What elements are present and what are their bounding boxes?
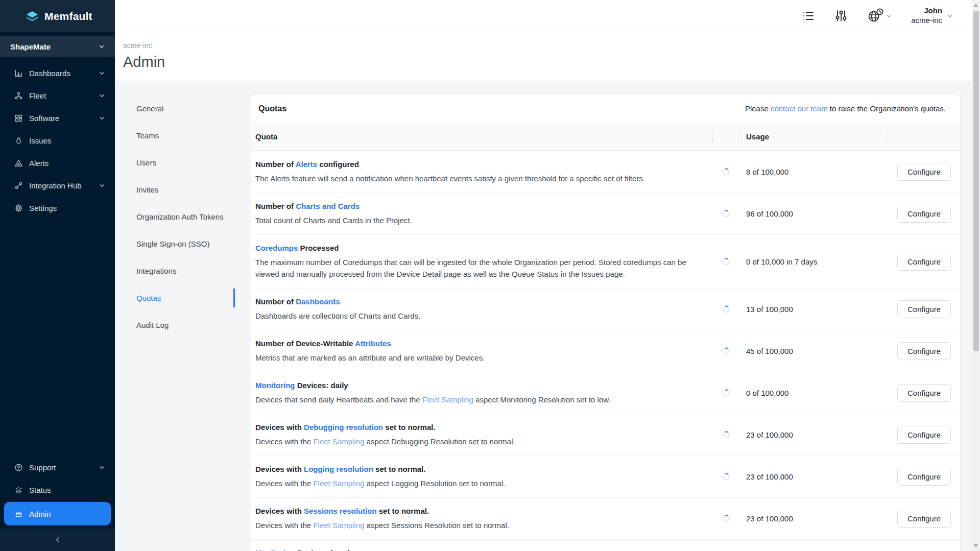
chevron-down-icon	[99, 183, 105, 188]
settings-nav-item-label: Users	[136, 158, 156, 167]
contact-team-link[interactable]: contact our team	[771, 104, 828, 113]
quota-title-link[interactable]: Logging resolution	[304, 465, 373, 473]
quota-title-link[interactable]: Attributes	[355, 339, 391, 348]
settings-nav-item[interactable]: Quotas	[123, 284, 234, 312]
chevron-down-icon	[886, 13, 892, 19]
integration-hub-icon	[14, 181, 23, 190]
sidebar-item-label: Support	[29, 463, 93, 472]
project-selector[interactable]: ShapeMate	[0, 36, 115, 57]
configure-button[interactable]: Configure	[897, 384, 951, 402]
breadcrumb: acme-inc	[123, 41, 980, 50]
sidebar-item[interactable]: Support	[0, 456, 115, 478]
configure-button[interactable]: Configure	[897, 163, 951, 181]
configure-button[interactable]: Configure	[897, 510, 951, 528]
scrollbar-thumb[interactable]	[973, 11, 979, 351]
sidebar-item[interactable]: Software	[0, 107, 115, 129]
sidebar-item[interactable]: Status	[0, 478, 115, 501]
sidebar-item-label: Settings	[29, 204, 93, 212]
quota-description-link[interactable]: Fleet Sampling	[313, 437, 364, 446]
settings-nav-item-label: Invites	[136, 185, 158, 194]
quota-title-link[interactable]: Sessions resolution	[304, 507, 377, 515]
quotas-panel-header: Quotas Please contact our team to raise …	[251, 94, 960, 123]
user-menu[interactable]: John acme-inc	[911, 6, 953, 26]
scrollbar-up-arrow[interactable]	[974, 4, 978, 7]
quota-progress-ring-icon	[722, 431, 730, 439]
sidebar-item[interactable]: Dashboards	[0, 62, 115, 84]
chevron-down-icon	[99, 465, 105, 470]
quota-title-link[interactable]: Coredumps	[255, 244, 298, 252]
quota-description: Devices with the Fleet Sampling aspect S…	[255, 519, 692, 531]
quota-description-link[interactable]: Fleet Sampling	[313, 479, 364, 488]
table-row: Devices with Sessions resolution set to …	[251, 497, 960, 539]
quota-progress-ring-icon	[722, 305, 730, 313]
scrollbar-down-arrow[interactable]	[974, 544, 978, 547]
sidebar-item-label: Alerts	[29, 159, 93, 167]
configure-button[interactable]: Configure	[897, 426, 951, 444]
sidebar: Memfault ShapeMate Dashboards Fleet	[0, 0, 115, 551]
sidebar-item[interactable]: Admin	[4, 502, 111, 525]
org-name: acme-inc	[911, 16, 942, 26]
chevron-down-icon	[99, 70, 105, 76]
chevron-down-icon	[99, 115, 105, 121]
quota-title-link[interactable]: Monitoring	[255, 548, 295, 551]
sidebar-item-label: Dashboards	[29, 69, 93, 78]
column-header-quota: Quota	[251, 123, 713, 150]
configure-button[interactable]: Configure	[897, 342, 951, 360]
chevron-down-icon	[99, 93, 105, 99]
settings-nav-item-label: Single Sign-on (SSO)	[136, 239, 209, 248]
quota-description: The maximum number of Coredumps that can…	[255, 256, 692, 280]
sidebar-collapse-button[interactable]	[0, 529, 115, 551]
quota-description-link[interactable]: Fleet Sampling	[313, 521, 364, 530]
quota-title-link[interactable]: Monitoring	[255, 381, 295, 390]
quota-description: The Alerts feature will send a notificat…	[255, 173, 692, 184]
settings-nav-item[interactable]: Audit Log	[123, 312, 234, 339]
chevron-left-icon	[54, 536, 61, 543]
settings-nav-item[interactable]: Organization Auth Tokens	[123, 203, 234, 230]
settings-nav-item[interactable]: Integrations	[123, 257, 234, 284]
settings-nav-item[interactable]: Teams	[123, 122, 234, 149]
configure-button[interactable]: Configure	[897, 300, 951, 318]
sidebar-item[interactable]: Alerts	[0, 152, 115, 174]
quota-title: Number of Device-Writable Attributes	[255, 338, 692, 349]
settings-nav-item-label: Teams	[136, 131, 159, 140]
quota-title-link[interactable]: Charts and Cards	[296, 202, 360, 210]
brand-logo[interactable]: Memfault	[0, 0, 115, 32]
metrics-icon[interactable]	[834, 9, 848, 22]
quota-usage: 8 of 100,000	[738, 167, 888, 176]
sidebar-item-label: Admin	[29, 510, 92, 518]
sidebar-item[interactable]: Issues	[0, 129, 115, 152]
column-header-usage: Usage	[738, 123, 888, 150]
support-icon	[14, 463, 23, 472]
chevron-down-icon	[946, 12, 953, 19]
quota-description: Total count of Charts and Cards in the P…	[255, 214, 692, 226]
quota-title-link[interactable]: Dashboards	[296, 297, 340, 306]
settings-nav-item[interactable]: General	[123, 95, 234, 122]
quota-usage: 23 of 100,000	[738, 430, 888, 439]
quotas-table: Quota Usage Number of Alerts configured	[251, 123, 960, 551]
sidebar-bottom: Support Status Admin	[0, 456, 115, 529]
configure-button[interactable]: Configure	[897, 205, 951, 223]
quota-title-link[interactable]: Debugging resolution	[304, 423, 383, 432]
list-icon[interactable]	[802, 10, 815, 22]
quota-title: Devices with Logging resolution set to n…	[255, 464, 692, 475]
sidebar-item[interactable]: Fleet	[0, 84, 115, 107]
quota-title: Number of Alerts configured	[255, 159, 692, 170]
settings-nav-item[interactable]: Users	[123, 149, 234, 176]
settings-nav-item-label: Quotas	[136, 294, 161, 302]
settings-nav-item[interactable]: Invites	[123, 176, 234, 203]
table-row: Devices with Logging resolution set to n…	[251, 456, 960, 497]
settings-nav-item[interactable]: Single Sign-on (SSO)	[123, 230, 234, 257]
quota-usage: 0 of 100,000	[738, 389, 888, 397]
quota-title-link[interactable]: Alerts	[296, 160, 318, 169]
configure-button[interactable]: Configure	[897, 468, 951, 486]
quota-usage: 0 of 10,000 in 7 days	[738, 257, 888, 266]
issues-icon	[14, 136, 23, 145]
settings-icon	[14, 204, 23, 212]
sidebar-item[interactable]: Settings	[0, 197, 115, 219]
column-header-actions	[888, 123, 960, 150]
table-row: Coredumps Processed The maximum number o…	[251, 234, 960, 288]
configure-button[interactable]: Configure	[897, 253, 951, 271]
quota-description-link[interactable]: Fleet Sampling	[422, 395, 473, 404]
timezone-selector[interactable]	[867, 8, 892, 23]
sidebar-item[interactable]: Integration Hub	[0, 174, 115, 197]
